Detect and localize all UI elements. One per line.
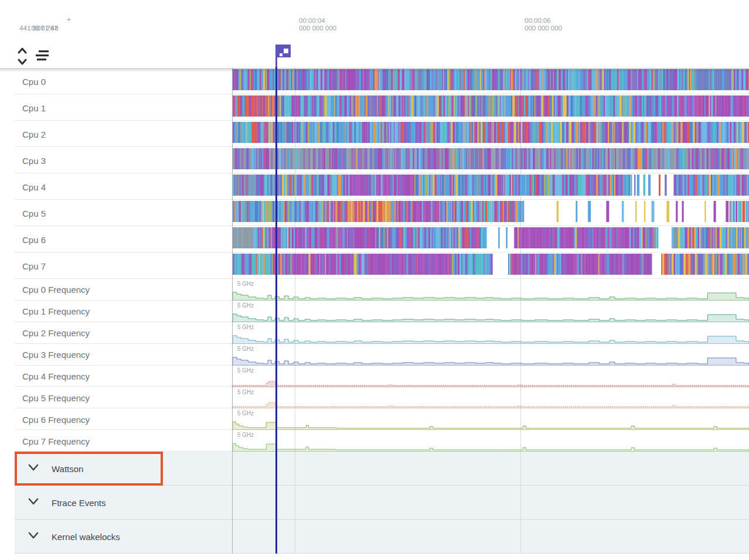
unfold-tracks-icon[interactable] bbox=[16, 47, 28, 68]
cpu-track-label: Cpu 5 bbox=[22, 208, 46, 218]
cpu-slices-canvas[interactable] bbox=[233, 201, 749, 222]
cpu-frequency-canvas[interactable] bbox=[233, 387, 749, 408]
track-group-row-ftrace-events[interactable]: Ftrace Events bbox=[0, 486, 749, 520]
cpu-frequency-canvas[interactable] bbox=[233, 344, 749, 366]
frequency-scale-label: 5 GHz bbox=[237, 367, 254, 374]
cpu-track-label: Cpu 2 bbox=[22, 129, 46, 139]
cpu-track-label: Cpu 3 bbox=[22, 155, 46, 165]
cpu-slices-canvas[interactable] bbox=[233, 254, 749, 275]
cpu-track-label: Cpu 7 bbox=[22, 261, 46, 271]
group-label: Kernel wakelocks bbox=[52, 532, 120, 542]
flag-marker-icon[interactable] bbox=[273, 43, 294, 69]
cpu-frequency-track-label: Cpu 1 Frequency bbox=[22, 306, 90, 316]
cpu-frequency-canvas[interactable] bbox=[233, 366, 749, 387]
chevron-down-icon[interactable] bbox=[28, 497, 39, 508]
track-group-row-kernel-wakelocks[interactable]: Kernel wakelocks bbox=[0, 520, 749, 554]
cpu-frequency-canvas[interactable] bbox=[233, 431, 749, 452]
cpu-slices-canvas[interactable] bbox=[233, 122, 749, 143]
frequency-scale-label: 5 GHz bbox=[237, 389, 254, 395]
cpu-frequency-track-label: Cpu 6 Frequency bbox=[22, 414, 90, 424]
cpu-frequency-track-label: Cpu 7 Frequency bbox=[22, 436, 90, 446]
cpu-frequency-track-label: Cpu 0 Frequency bbox=[22, 285, 90, 295]
time-tick-label: 00:00:04 000 000 000 bbox=[299, 17, 336, 32]
cpu-frequency-track-label: Cpu 5 Frequency bbox=[22, 392, 90, 402]
chevron-down-icon[interactable] bbox=[28, 531, 39, 542]
cpu-frequency-track-label: Cpu 3 Frequency bbox=[22, 350, 90, 360]
cpu-slices-canvas[interactable] bbox=[233, 227, 749, 248]
group-row-background bbox=[15, 486, 749, 520]
viewport-time-plus: + bbox=[67, 16, 71, 23]
cpu-frequency-canvas[interactable] bbox=[233, 409, 749, 430]
cpu-slices-canvas[interactable] bbox=[233, 95, 749, 117]
cpu-frequency-canvas[interactable] bbox=[233, 323, 749, 344]
cpu-track-label: Cpu 4 bbox=[22, 182, 46, 192]
frequency-scale-label: 5 GHz bbox=[237, 281, 254, 287]
viewport-nanos: 441 907 767 bbox=[19, 24, 58, 32]
group-row-background bbox=[15, 520, 749, 554]
cpu-slices-canvas[interactable] bbox=[233, 175, 749, 196]
flag-marker-line[interactable] bbox=[275, 64, 277, 554]
frequency-scale-label: 5 GHz bbox=[237, 432, 254, 438]
cpu-frequency-track-label: Cpu 4 Frequency bbox=[22, 371, 90, 381]
time-tick-label: 00:00:06 000 000 000 bbox=[525, 17, 562, 32]
cpu-frequency-track-label: Cpu 2 Frequency bbox=[22, 328, 90, 338]
frequency-scale-label: 5 GHz bbox=[237, 324, 254, 330]
cpu-track-label: Cpu 1 bbox=[22, 103, 46, 112]
cpu-slices-canvas[interactable] bbox=[233, 148, 749, 169]
frequency-scale-label: 5 GHz bbox=[237, 302, 254, 309]
cpu-frequency-canvas[interactable] bbox=[233, 279, 749, 301]
cpu-slices-canvas[interactable] bbox=[233, 69, 749, 90]
timeline-header: 00:01:48 + 441 907 767 bbox=[0, 0, 749, 68]
cpu-track-label: Cpu 0 bbox=[22, 76, 46, 86]
highlight-rectangle bbox=[15, 452, 163, 486]
cpu-track-label: Cpu 6 bbox=[22, 234, 46, 244]
track-group-row-wattson[interactable]: Wattson bbox=[0, 452, 749, 486]
frequency-scale-label: 5 GHz bbox=[237, 410, 254, 416]
trace-viewer: 00:01:48 + 441 907 767 Cpu 0 Cpu 1 Cpu 2… bbox=[0, 0, 749, 560]
frequency-scale-label: 5 GHz bbox=[237, 346, 254, 352]
group-label: Ftrace Events bbox=[52, 498, 106, 508]
cpu-frequency-canvas[interactable] bbox=[233, 301, 749, 322]
sort-tracks-icon[interactable] bbox=[34, 50, 52, 64]
